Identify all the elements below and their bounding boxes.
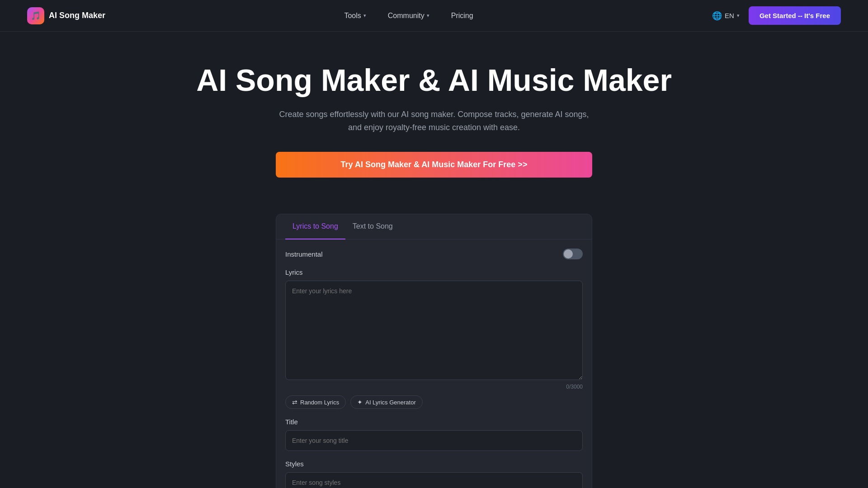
random-icon: ⇄ — [292, 399, 297, 406]
instrumental-label: Instrumental — [285, 250, 323, 258]
title-input[interactable] — [285, 430, 583, 451]
nav-center: Tools ▾ Community ▾ Pricing — [342, 8, 475, 23]
get-started-button[interactable]: Get Started -- It's Free — [749, 6, 841, 25]
toggle-knob — [564, 249, 573, 258]
logo-text: AI Song Maker — [49, 11, 105, 20]
lyrics-char-count: 0/3000 — [285, 384, 583, 390]
tools-chevron-icon: ▾ — [363, 13, 366, 19]
hero-section: AI Song Maker & AI Music Maker Create so… — [0, 32, 868, 200]
styles-label: Styles — [285, 460, 583, 468]
nav-right: 🌐 EN ▾ Get Started -- It's Free — [712, 6, 841, 25]
instrumental-row: Instrumental — [285, 249, 583, 259]
ai-lyrics-generator-button[interactable]: ✦ AI Lyrics Generator — [350, 395, 423, 409]
nav-community[interactable]: Community ▾ — [386, 8, 431, 23]
community-chevron-icon: ▾ — [427, 13, 429, 19]
globe-icon: 🌐 — [712, 11, 722, 21]
random-lyrics-button[interactable]: ⇄ Random Lyrics — [285, 395, 346, 409]
song-maker-card: Lyrics to Song Text to Song Instrumental… — [276, 214, 592, 488]
hero-title: AI Song Maker & AI Music Maker — [18, 63, 850, 97]
lyrics-label: Lyrics — [285, 268, 583, 276]
lyrics-textarea[interactable] — [285, 281, 583, 380]
logo[interactable]: 🎵 AI Song Maker — [27, 7, 105, 24]
language-selector[interactable]: 🌐 EN ▾ — [712, 11, 740, 21]
navbar: 🎵 AI Song Maker Tools ▾ Community ▾ Pric… — [0, 0, 868, 32]
nav-pricing[interactable]: Pricing — [449, 8, 475, 23]
lang-chevron-icon: ▾ — [737, 13, 740, 19]
title-label: Title — [285, 418, 583, 426]
hero-subtitle: Create songs effortlessly with our AI so… — [276, 108, 592, 134]
tab-text-to-song[interactable]: Text to Song — [345, 214, 400, 239]
tabs: Lyrics to Song Text to Song — [276, 214, 592, 239]
logo-icon: 🎵 — [27, 7, 44, 24]
hero-cta-button[interactable]: Try AI Song Maker & AI Music Maker For F… — [276, 152, 592, 178]
quick-actions: ⇄ Random Lyrics ✦ AI Lyrics Generator — [285, 395, 583, 409]
nav-tools[interactable]: Tools ▾ — [342, 8, 368, 23]
ai-icon: ✦ — [357, 399, 363, 406]
instrumental-toggle[interactable] — [563, 249, 583, 259]
styles-textarea[interactable] — [285, 472, 583, 488]
tab-lyrics-to-song[interactable]: Lyrics to Song — [285, 214, 345, 239]
card-body: Instrumental Lyrics 0/3000 ⇄ Random Lyri… — [276, 239, 592, 488]
